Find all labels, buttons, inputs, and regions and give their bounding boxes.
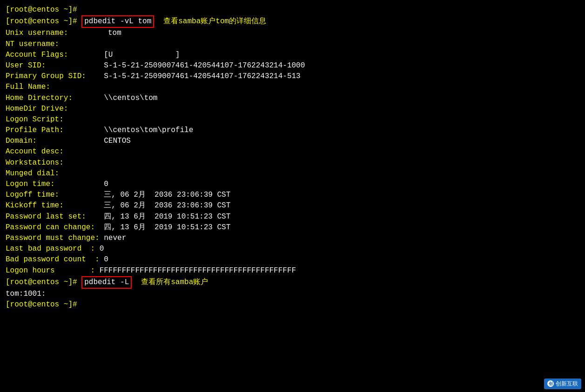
field-unix-username: Unix username: tom xyxy=(6,28,579,39)
field-value: CENTOS xyxy=(104,136,131,146)
field-homedir-drive: HomeDir Drive: xyxy=(6,104,579,114)
field-label: Full Name: xyxy=(6,82,50,93)
comment-1: 查看samba账户tom的详细信息 xyxy=(163,16,266,27)
prompt: [root@centos ~]# xyxy=(6,277,81,288)
field-kickoff-time: Kickoff time: 三, 06 2月 2036 23:06:39 CST xyxy=(6,200,579,211)
field-home-directory: Home Directory: \\centos\tom xyxy=(6,93,579,104)
field-value: 四, 13 6月 2019 10:51:23 CST xyxy=(104,222,230,233)
watermark-text: 创新互联 xyxy=(556,380,578,388)
field-value: \\centos\tom\profile xyxy=(104,125,193,136)
field-value: \\centos\tom xyxy=(104,93,157,104)
prompt: [root@centos ~]# xyxy=(6,5,77,15)
field-full-name: Full Name: xyxy=(6,82,579,93)
field-munged-dial: Munged dial: xyxy=(6,168,579,179)
field-label: Password last set: xyxy=(6,212,104,222)
field-value: 四, 13 6月 2019 10:51:23 CST xyxy=(104,212,230,222)
field-logon-script: Logon Script: xyxy=(6,114,579,125)
terminal-line-command1: [root@centos ~]# pdbedit -vL tom 查看samba… xyxy=(6,15,579,28)
terminal-line-command2: [root@centos ~]# pdbedit -L 查看所有samba账户 xyxy=(6,276,579,289)
terminal-line: [root@centos ~]# xyxy=(6,5,579,15)
field-value: 三, 06 2月 2036 23:06:39 CST xyxy=(104,190,230,200)
field-label: Home Directory: xyxy=(6,93,104,104)
field-value: 0 xyxy=(100,244,104,254)
field-user-sid: User SID: S-1-5-21-2509007461-420544107-… xyxy=(6,60,579,71)
field-label: NT username: xyxy=(6,39,108,50)
field-value: [U ] xyxy=(104,50,180,60)
output-text: tom:1001: xyxy=(6,289,46,299)
field-label: HomeDir Drive: xyxy=(6,104,68,114)
field-logon-hours: Logon hours : FFFFFFFFFFFFFFFFFFFFFFFFFF… xyxy=(6,266,579,276)
field-workstations: Workstations: xyxy=(6,158,579,168)
field-label: Kickoff time: xyxy=(6,200,104,211)
prompt: [root@centos ~]# xyxy=(6,299,77,310)
field-label: Last bad password : xyxy=(6,244,100,254)
field-label: Logoff time: xyxy=(6,190,104,200)
field-label: Logon time: xyxy=(6,179,104,190)
terminal-line-final: [root@centos ~]# xyxy=(6,299,579,310)
field-label: Account desc: xyxy=(6,146,64,157)
field-label: Domain: xyxy=(6,136,104,146)
field-value: 0 xyxy=(104,254,108,265)
watermark-icon: 创 xyxy=(547,380,554,387)
field-label: Logon Script: xyxy=(6,114,64,125)
field-label: Unix username: xyxy=(6,28,108,39)
field-bad-password-count: Bad password count : 0 xyxy=(6,254,579,265)
field-label: Logon hours : xyxy=(6,266,100,276)
field-label: Profile Path: xyxy=(6,125,104,136)
prompt: [root@centos ~]# xyxy=(6,16,81,27)
field-password-must-change: Password must change: never xyxy=(6,233,579,244)
field-value: tom xyxy=(108,28,121,39)
comment-2: 查看所有samba账户 xyxy=(141,277,208,288)
field-domain: Domain: CENTOS xyxy=(6,136,579,146)
field-label: User SID: xyxy=(6,60,104,71)
field-label: Primary Group SID: xyxy=(6,71,104,82)
terminal: [root@centos ~]# [root@centos ~]# pdbedi… xyxy=(0,0,585,392)
field-primary-group-sid: Primary Group SID: S-1-5-21-2509007461-4… xyxy=(6,71,579,82)
field-password-last-set: Password last set: 四, 13 6月 2019 10:51:2… xyxy=(6,212,579,222)
field-value: 三, 06 2月 2036 23:06:39 CST xyxy=(104,200,230,211)
field-profile-path: Profile Path: \\centos\tom\profile xyxy=(6,125,579,136)
highlighted-command-1: pdbedit -vL tom xyxy=(81,15,154,28)
field-label: Bad password count : xyxy=(6,254,104,265)
field-value: 0 xyxy=(104,179,108,190)
field-last-bad-password: Last bad password : 0 xyxy=(6,244,579,254)
highlighted-command-2: pdbedit -L xyxy=(81,276,132,289)
watermark: 创 创新互联 xyxy=(544,379,581,389)
field-label: Account Flags: xyxy=(6,50,104,60)
field-password-can-change: Password can change: 四, 13 6月 2019 10:51… xyxy=(6,222,579,233)
field-label: Munged dial: xyxy=(6,168,59,179)
field-label: Password can change: xyxy=(6,222,104,233)
field-value: FFFFFFFFFFFFFFFFFFFFFFFFFFFFFFFFFFFFFFFF… xyxy=(100,266,296,276)
field-nt-username: NT username: xyxy=(6,39,579,50)
field-value: never xyxy=(104,233,126,244)
field-label: Workstations: xyxy=(6,158,64,168)
field-logon-time: Logon time: 0 xyxy=(6,179,579,190)
field-value: S-1-5-21-2509007461-420544107-1762243214… xyxy=(104,71,300,82)
field-logoff-time: Logoff time: 三, 06 2月 2036 23:06:39 CST xyxy=(6,190,579,200)
field-account-desc: Account desc: xyxy=(6,146,579,157)
field-label: Password must change: xyxy=(6,233,104,244)
field-value: S-1-5-21-2509007461-420544107-1762243214… xyxy=(104,60,305,71)
output-tom: tom:1001: xyxy=(6,289,579,299)
field-account-flags: Account Flags: [U ] xyxy=(6,50,579,60)
